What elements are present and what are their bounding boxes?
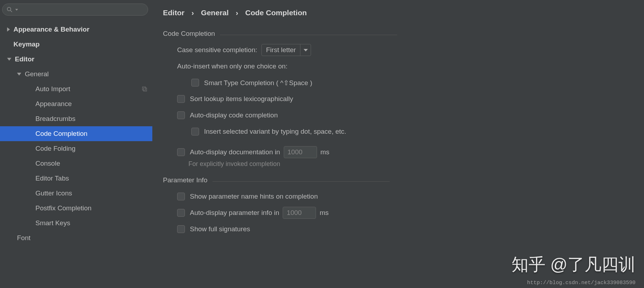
sidebar-item-general[interactable]: General	[0, 67, 152, 82]
tree-label: Smart Keys	[35, 219, 147, 227]
sidebar-item-appearance[interactable]: Appearance	[0, 96, 152, 111]
auto-doc-hint: For explicitly invoked completion	[177, 160, 633, 168]
sidebar-item-editor-tabs[interactable]: Editor Tabs	[0, 171, 152, 186]
auto-param-ms-input[interactable]	[283, 207, 316, 219]
sidebar-item-code-folding[interactable]: Code Folding	[0, 141, 152, 156]
auto-param-checkbox[interactable]	[177, 209, 185, 217]
full-sig-label[interactable]: Show full signatures	[190, 225, 250, 233]
settings-tree: Appearance & Behavior Keymap Editor Gene…	[0, 20, 152, 245]
watermark-url: http://blog.csdn.net/jack339083590	[527, 280, 635, 286]
sidebar-item-font[interactable]: Font	[0, 231, 152, 245]
tree-label: Code Completion	[35, 130, 147, 138]
tree-label: Appearance & Behavior	[13, 26, 147, 33]
chevron-down-icon[interactable]	[15, 9, 18, 11]
auto-display-checkbox[interactable]	[177, 111, 185, 119]
sort-lexi-label[interactable]: Sort lookup items lexicographically	[190, 95, 293, 103]
expand-arrow-icon	[7, 27, 10, 32]
chevron-right-icon: ›	[236, 9, 238, 17]
sort-lexi-checkbox[interactable]	[177, 95, 185, 103]
insert-variant-checkbox[interactable]	[191, 128, 199, 135]
chevron-right-icon: ›	[192, 9, 194, 17]
section-code-completion: Code Completion	[163, 30, 633, 38]
tree-label: Code Folding	[35, 145, 147, 153]
tree-label: Postfix Completion	[35, 204, 147, 212]
select-button[interactable]	[300, 44, 311, 56]
tree-label: Breadcrumbs	[35, 115, 147, 123]
tree-label: Appearance	[35, 100, 147, 108]
auto-doc-checkbox[interactable]	[177, 148, 185, 156]
copy-icon	[142, 86, 147, 92]
tree-label: Font	[17, 234, 147, 242]
smart-type-checkbox[interactable]	[191, 79, 199, 87]
tree-label: Console	[35, 160, 147, 167]
collapse-arrow-icon	[7, 58, 11, 61]
smart-type-label[interactable]: Smart Type Completion ( ^⇧Space )	[204, 79, 312, 87]
insert-variant-label[interactable]: Insert selected variant by typing dot, s…	[204, 128, 346, 135]
tree-label: Editor	[15, 55, 147, 63]
auto-insert-label: Auto-insert when only one choice on:	[177, 62, 288, 70]
svg-line-1	[11, 11, 12, 12]
breadcrumb-editor[interactable]: Editor	[163, 9, 185, 17]
sidebar-item-appearance-behavior[interactable]: Appearance & Behavior	[0, 22, 152, 37]
auto-doc-label[interactable]: Auto-display documentation in	[190, 148, 280, 156]
ms-label: ms	[321, 148, 329, 156]
tree-label: General	[25, 70, 147, 78]
auto-doc-ms-input[interactable]	[284, 146, 317, 158]
breadcrumb-code-completion: Code Completion	[245, 9, 307, 17]
divider	[213, 181, 390, 182]
sidebar-item-breadcrumbs[interactable]: Breadcrumbs	[0, 111, 152, 126]
breadcrumb: Editor › General › Code Completion	[163, 9, 633, 17]
param-hints-label[interactable]: Show parameter name hints on completion	[190, 193, 318, 200]
tree-label: Editor Tabs	[35, 175, 147, 182]
select-value: First letter	[262, 46, 300, 54]
tree-label: Gutter Icons	[35, 189, 147, 197]
sidebar-item-code-completion[interactable]: Code Completion	[0, 126, 152, 141]
param-hints-checkbox[interactable]	[177, 193, 185, 200]
main-panel: Editor › General › Code Completion Code …	[152, 0, 644, 288]
section-heading: Parameter Info	[163, 176, 208, 184]
sidebar-item-gutter-icons[interactable]: Gutter Icons	[0, 186, 152, 201]
case-sensitive-label: Case sensitive completion:	[177, 46, 257, 54]
full-sig-checkbox[interactable]	[177, 225, 185, 233]
sidebar-item-postfix-completion[interactable]: Postfix Completion	[0, 201, 152, 216]
search-input[interactable]	[2, 4, 148, 16]
watermark-text: 知乎 @了凡四训	[512, 253, 635, 276]
auto-param-label[interactable]: Auto-display parameter info in	[190, 209, 279, 217]
svg-rect-2	[142, 87, 146, 90]
sidebar-item-keymap[interactable]: Keymap	[0, 37, 152, 52]
section-heading: Code Completion	[163, 30, 215, 38]
sidebar-item-auto-import[interactable]: Auto Import	[0, 82, 152, 96]
ms-label: ms	[320, 209, 328, 217]
collapse-arrow-icon	[17, 73, 21, 76]
breadcrumb-general[interactable]: General	[201, 9, 228, 17]
sidebar-item-editor[interactable]: Editor	[0, 52, 152, 67]
auto-display-label[interactable]: Auto-display code completion	[190, 111, 278, 119]
divider	[220, 35, 397, 35]
tree-label: Auto Import	[35, 85, 142, 93]
case-sensitive-select[interactable]: First letter	[261, 44, 311, 56]
section-parameter-info: Parameter Info	[163, 176, 633, 184]
svg-point-0	[7, 7, 11, 11]
settings-sidebar: Appearance & Behavior Keymap Editor Gene…	[0, 0, 152, 288]
tree-label: Keymap	[13, 40, 147, 48]
search-icon	[7, 7, 12, 12]
svg-rect-3	[143, 88, 147, 91]
chevron-down-icon	[304, 49, 308, 51]
sidebar-item-smart-keys[interactable]: Smart Keys	[0, 216, 152, 231]
sidebar-item-console[interactable]: Console	[0, 156, 152, 171]
